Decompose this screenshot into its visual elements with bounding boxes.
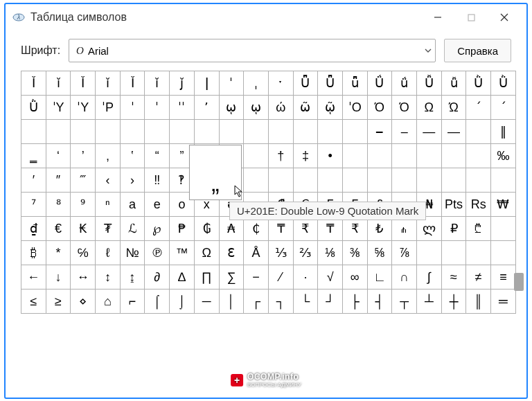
character-cell[interactable]: ∆ <box>170 265 195 289</box>
character-cell[interactable] <box>244 168 269 193</box>
character-cell[interactable]: * <box>46 241 71 265</box>
character-cell[interactable]: ₲ <box>194 217 219 241</box>
minimize-button[interactable] <box>421 6 454 28</box>
character-cell[interactable]: ℇ <box>219 241 244 265</box>
character-cell[interactable]: ┬ <box>392 289 417 314</box>
character-cell[interactable]: ῳ <box>244 96 269 120</box>
character-cell[interactable] <box>342 168 367 193</box>
character-cell[interactable]: ‼ <box>145 168 170 193</box>
character-cell[interactable] <box>466 241 491 265</box>
character-cell[interactable] <box>219 120 244 144</box>
character-cell[interactable]: ₱ <box>170 217 195 241</box>
character-cell[interactable]: Ό <box>367 96 392 120</box>
character-cell[interactable]: e <box>145 193 170 217</box>
character-cell[interactable]: a <box>120 193 145 217</box>
character-cell[interactable]: ≡ <box>491 265 516 289</box>
character-cell[interactable]: ₿ <box>21 241 46 265</box>
character-cell[interactable] <box>342 120 367 144</box>
character-cell[interactable] <box>417 168 442 193</box>
character-cell[interactable] <box>46 120 71 144</box>
character-cell[interactable]: ℅ <box>71 241 96 265</box>
character-cell[interactable]: ώ <box>268 96 293 120</box>
character-cell[interactable]: ⅔ <box>293 241 318 265</box>
character-cell[interactable]: ‘ <box>46 144 71 168</box>
character-cell[interactable]: ↕ <box>96 265 121 289</box>
character-cell[interactable] <box>441 168 466 193</box>
character-cell[interactable]: ‡ <box>293 144 318 168</box>
character-cell[interactable]: ǐ <box>96 71 121 96</box>
character-cell[interactable]: └ <box>293 289 318 314</box>
character-cell[interactable]: √ <box>318 265 343 289</box>
character-cell[interactable] <box>466 168 491 193</box>
character-cell[interactable] <box>392 168 417 193</box>
character-cell[interactable] <box>120 120 145 144</box>
character-cell[interactable] <box>367 168 392 193</box>
character-cell[interactable]: ′ <box>21 168 46 193</box>
character-cell[interactable]: ℒ <box>120 217 145 241</box>
character-cell[interactable]: ├ <box>342 289 367 314</box>
character-cell[interactable]: Ǜ <box>491 71 516 96</box>
character-cell[interactable]: — <box>417 120 442 144</box>
character-cell[interactable] <box>194 120 219 144</box>
character-cell[interactable] <box>268 120 293 144</box>
character-cell[interactable]: ↔ <box>71 265 96 289</box>
character-cell[interactable]: ‗ <box>21 144 46 168</box>
character-cell[interactable]: ∕ <box>268 265 293 289</box>
character-cell[interactable]: ⅛ <box>318 241 343 265</box>
character-cell[interactable]: ┌ <box>244 289 269 314</box>
character-cell[interactable]: Å <box>244 241 269 265</box>
character-cell[interactable] <box>466 144 491 168</box>
character-cell[interactable]: Ǘ <box>367 71 392 96</box>
character-cell[interactable]: ― <box>441 120 466 144</box>
character-cell[interactable] <box>441 144 466 168</box>
character-cell[interactable]: ⅞ <box>392 241 417 265</box>
character-cell[interactable] <box>268 168 293 193</box>
character-cell[interactable]: › <box>120 168 145 193</box>
character-cell[interactable]: ǚ <box>441 71 466 96</box>
character-cell[interactable]: ⌠ <box>145 289 170 314</box>
character-cell[interactable]: ⁷ <box>21 193 46 217</box>
character-cell[interactable]: ⌡ <box>170 289 195 314</box>
character-cell[interactable] <box>491 168 516 193</box>
character-cell[interactable]: ῷ <box>318 96 343 120</box>
character-cell[interactable]: ⁸ <box>46 193 71 217</box>
character-cell[interactable]: ˊ <box>491 96 516 120</box>
character-cell[interactable]: ║ <box>466 289 491 314</box>
character-cell[interactable] <box>71 120 96 144</box>
character-cell[interactable]: ⅓ <box>268 241 293 265</box>
character-cell[interactable]: ˈΟ <box>342 96 367 120</box>
character-cell[interactable]: ⅜ <box>342 241 367 265</box>
character-cell[interactable] <box>293 168 318 193</box>
character-cell[interactable]: ǐ <box>46 71 71 96</box>
character-cell[interactable]: ₾ <box>466 217 491 241</box>
character-cell[interactable]: ∙ <box>293 265 318 289</box>
character-cell[interactable]: ℗ <box>145 241 170 265</box>
character-cell[interactable]: ‴ <box>71 168 96 193</box>
character-cell[interactable]: ™ <box>170 241 195 265</box>
character-cell[interactable]: ˈˈ <box>170 96 195 120</box>
character-cell[interactable]: ─ <box>194 289 219 314</box>
character-cell[interactable]: ˈ <box>145 96 170 120</box>
character-cell[interactable] <box>367 144 392 168</box>
character-cell[interactable]: Pts <box>441 193 466 217</box>
character-cell[interactable]: ˊ <box>466 96 491 120</box>
character-cell[interactable]: ₫ <box>21 217 46 241</box>
character-cell[interactable] <box>244 144 269 168</box>
maximize-button[interactable] <box>454 6 488 28</box>
character-cell[interactable]: ∟ <box>367 265 392 289</box>
character-cell[interactable] <box>342 144 367 168</box>
character-cell[interactable]: Ώ <box>441 96 466 120</box>
scrollbar[interactable] <box>513 71 524 314</box>
character-cell[interactable]: ˈY <box>71 96 96 120</box>
character-cell[interactable] <box>145 120 170 144</box>
character-cell[interactable]: ǘ <box>392 71 417 96</box>
character-cell[interactable]: ≤ <box>21 289 46 314</box>
character-cell[interactable]: ˈP <box>96 96 121 120</box>
character-cell[interactable] <box>441 241 466 265</box>
character-cell[interactable]: ⁿ <box>96 193 121 217</box>
character-cell[interactable]: ⌂ <box>96 289 121 314</box>
character-cell[interactable]: “ <box>145 144 170 168</box>
character-cell[interactable]: ┤ <box>367 289 392 314</box>
character-cell[interactable]: Ǖ <box>318 71 343 96</box>
character-cell[interactable]: Ω <box>417 96 442 120</box>
